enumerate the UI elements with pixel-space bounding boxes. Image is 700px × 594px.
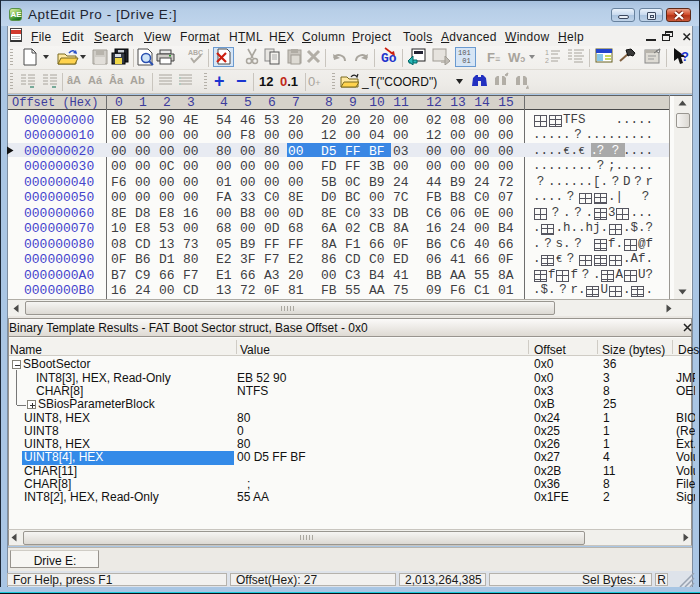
- svg-text:?: ?: [681, 49, 689, 64]
- svg-text:2: 2: [545, 57, 549, 64]
- svg-text:1: 1: [545, 49, 549, 56]
